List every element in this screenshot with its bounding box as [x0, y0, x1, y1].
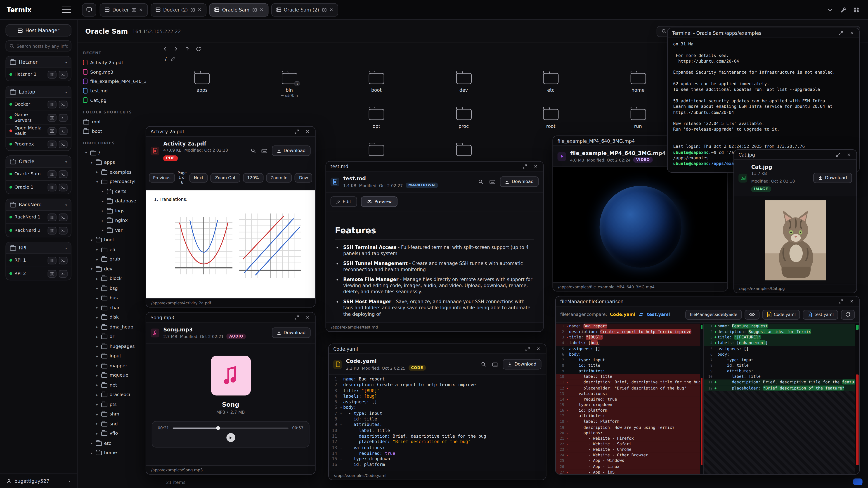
chevron-right-icon[interactable]: ▸	[95, 248, 99, 251]
tree-item-dma-heap[interactable]: ▸dma_heap	[83, 322, 146, 332]
connect-button[interactable]	[48, 100, 57, 108]
host-racknerd-2[interactable]: RackNerd 2	[6, 223, 71, 237]
chevron-right-icon[interactable]: ▸	[95, 363, 99, 367]
folder-cell-boot[interactable]: boot	[335, 69, 418, 103]
terminal-button[interactable]	[59, 140, 68, 148]
chevron-right-icon[interactable]: ▸	[101, 209, 105, 213]
tree-item-oracleoci[interactable]: ▸oracleoci	[83, 390, 146, 399]
download-button[interactable]: Download	[503, 359, 541, 369]
keyboard-icon[interactable]	[261, 147, 268, 155]
code-editor[interactable]: 1name: Bug report2description: Create a …	[329, 375, 546, 471]
folder-cell-etc[interactable]: etc	[509, 69, 592, 103]
refresh-icon[interactable]	[195, 45, 202, 52]
tab-oracle-sam[interactable]: Oracle Sam	[209, 3, 268, 16]
shortcut-mnt[interactable]: mnt	[83, 117, 146, 126]
zoom-in-button[interactable]: Zoom In	[266, 173, 292, 183]
tree-item-bus[interactable]: ▸bus	[83, 293, 146, 302]
download-button[interactable]: Download	[500, 176, 538, 187]
chevron-right-icon[interactable]: ▸	[95, 393, 99, 396]
tab-docker-2[interactable]: Docker (2)	[150, 3, 207, 16]
chevron-right-icon[interactable]: ▸	[95, 354, 99, 358]
download-button[interactable]: Download	[813, 173, 852, 183]
recent-item-file-example-mp4-640-3mg[interactable]: file_example_MP4_640_3MG...	[83, 76, 146, 86]
window-titlebar[interactable]: Activity 2a.pdf	[146, 127, 315, 137]
chevron-right-icon[interactable]: ▸	[90, 441, 94, 445]
terminal-button[interactable]	[59, 213, 68, 221]
folder-cell-apps[interactable]: apps	[160, 69, 244, 103]
up-icon[interactable]	[184, 45, 190, 52]
visibility-button[interactable]	[745, 310, 760, 320]
chevron-right-icon[interactable]: ▸	[95, 373, 99, 377]
expand-icon[interactable]	[293, 128, 300, 135]
terminal-button[interactable]	[59, 256, 68, 264]
expand-icon[interactable]	[837, 298, 844, 304]
window-titlebar[interactable]: test.md	[326, 162, 543, 171]
chevron-right-icon[interactable]: ▸	[95, 383, 99, 387]
left-file-button[interactable]: Code.yaml	[762, 310, 800, 320]
connect-button[interactable]	[48, 127, 57, 135]
diff-pane-right[interactable]: 1+name: Feature request2+description: Su…	[704, 324, 855, 474]
chevron-right-icon[interactable]: ▸	[95, 286, 99, 290]
tree-item-mqueue[interactable]: ▸mqueue	[83, 370, 146, 380]
host-open-media-vault[interactable]: Open Media Vault	[6, 124, 71, 137]
close-icon[interactable]	[304, 128, 310, 135]
terminal-button[interactable]	[59, 100, 68, 108]
slider-knob[interactable]	[216, 426, 220, 430]
tree-item-certs[interactable]: ▸certs	[83, 186, 146, 196]
expand-icon[interactable]	[524, 346, 531, 352]
download-button[interactable]: Download	[272, 145, 311, 156]
tree-item-block[interactable]: ▸block	[83, 273, 146, 283]
close-icon[interactable]	[532, 163, 538, 169]
image-canvas[interactable]	[734, 196, 857, 284]
tree-item-dev[interactable]: ▾dev	[83, 264, 146, 273]
close-tab-icon[interactable]	[139, 8, 143, 11]
tree-item-bsg[interactable]: ▸bsg	[83, 283, 146, 293]
edit-button[interactable]: Edit	[331, 196, 357, 207]
folder-cell-root[interactable]: root	[509, 105, 592, 139]
tree-item-home[interactable]: ▸home	[83, 448, 146, 457]
host-manager-button[interactable]: Host Manager	[5, 24, 71, 37]
host-proxmox[interactable]: Proxmox	[6, 137, 71, 151]
fab-button[interactable]	[853, 479, 863, 485]
connect-button[interactable]	[48, 170, 57, 178]
tree-item-char[interactable]: ▸char	[83, 302, 146, 312]
tree-item-hugepages[interactable]: ▸hugepages	[83, 341, 146, 351]
play-button[interactable]	[226, 433, 235, 442]
tab-oracle-sam-2[interactable]: Oracle Sam (2)	[271, 3, 338, 16]
group-header-laptop[interactable]: Laptop▾	[6, 86, 71, 97]
chevron-right-icon[interactable]: ▸	[95, 422, 99, 425]
terminal-button[interactable]	[59, 270, 68, 278]
host-oracle-sam[interactable]: Oracle Sam	[6, 167, 71, 180]
zoom-level[interactable]: 120%	[243, 173, 264, 183]
chevron-right-icon[interactable]: ▸	[95, 276, 99, 281]
chevron-right-icon[interactable]: ▸	[101, 189, 105, 193]
terminal-button[interactable]	[59, 70, 68, 78]
chevron-down-icon[interactable]: ▾	[90, 267, 94, 271]
apps-grid-icon[interactable]	[852, 6, 860, 13]
refresh-button[interactable]	[841, 310, 855, 320]
diff-scrollbar[interactable]	[855, 324, 859, 474]
chevron-right-icon[interactable]: ▸	[95, 402, 99, 406]
chevron-down-icon[interactable]: ▾	[95, 180, 99, 184]
window-titlebar[interactable]: Terminal - Oracle Sam:/apps/examples	[668, 28, 859, 38]
tree-item-mapper[interactable]: ▸mapper	[83, 361, 146, 370]
terminal-button[interactable]	[59, 113, 68, 121]
host-hetzner-1[interactable]: Hetzner 1	[6, 68, 71, 81]
tree-item-net[interactable]: ▸net	[83, 380, 146, 390]
next-page-button[interactable]: Next	[189, 173, 208, 183]
folder-cell-dev[interactable]: dev	[422, 69, 505, 103]
tree-item-pts[interactable]: ▸pts	[83, 399, 146, 409]
tree-item-database[interactable]: ▸database	[83, 196, 146, 206]
tree-item-logs[interactable]: ▸logs	[83, 206, 146, 216]
previous-page-button[interactable]: Previous	[149, 173, 175, 183]
group-header-racknerd[interactable]: RackNerd▾	[6, 199, 71, 210]
host-search-input[interactable]: Search hosts by any info...	[5, 40, 71, 52]
chevron-down-icon[interactable]: ▾	[84, 151, 88, 155]
search-icon[interactable]	[477, 178, 485, 186]
window-titlebar[interactable]: fileManager.fileComparison	[556, 296, 859, 306]
chevron-right-icon[interactable]: ▸	[101, 219, 105, 222]
chevron-right-icon[interactable]: ▸	[101, 228, 105, 232]
connect-button[interactable]	[48, 140, 57, 148]
diff-pane-left[interactable]: 1-name: Bug report2-description: Create …	[556, 324, 704, 474]
split-view-icon[interactable]	[252, 7, 257, 12]
